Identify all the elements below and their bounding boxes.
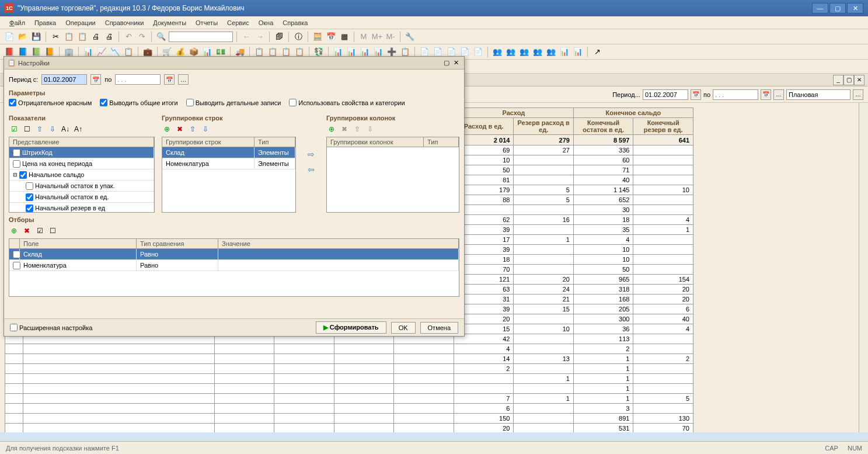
period-more-button[interactable]: … (773, 89, 784, 100)
calc-icon[interactable]: 🧮 (312, 31, 323, 43)
dlg-ok-button[interactable]: OK (391, 322, 416, 334)
list-item[interactable]: Цена на конец периода (9, 158, 154, 169)
list-item[interactable]: Начальный остаток в ед. (9, 192, 154, 203)
list-item[interactable]: ШтрихКод (9, 147, 154, 158)
dlg-form-button[interactable]: ▶ Сформировать (316, 321, 386, 334)
ind-uncheck-icon[interactable]: ☐ (22, 124, 32, 134)
gc-add-icon[interactable]: ⊕ (326, 124, 337, 134)
open-icon[interactable]: 📂 (17, 31, 29, 43)
period-type-input[interactable] (786, 89, 850, 100)
gr-up-icon[interactable]: ⇧ (187, 124, 198, 134)
filters-list[interactable]: Поле Тип сравнения Значение СкладРавноНо… (9, 238, 459, 297)
gc-del-icon[interactable]: ✖ (339, 124, 350, 134)
cb-advanced[interactable]: Расширенная настройка (10, 324, 92, 331)
menu-service[interactable]: Сервис (224, 18, 253, 27)
period-to-input[interactable] (713, 89, 758, 100)
table-row[interactable]: 11 (5, 374, 693, 384)
grid-icon[interactable]: ▦ (339, 31, 350, 43)
flt-uncheck-icon[interactable]: ☐ (47, 226, 58, 236)
nav-back-icon[interactable]: ← (240, 31, 252, 43)
dlg-period-from-input[interactable] (41, 74, 87, 85)
maximize-button[interactable]: ▢ (829, 3, 846, 13)
gr-down-icon[interactable]: ⇩ (200, 124, 211, 134)
stack-icon[interactable]: 🗐 (273, 31, 285, 43)
print-icon[interactable]: 🖨 (90, 31, 102, 43)
close-button[interactable]: ✕ (847, 3, 863, 13)
dlg-period-more-button[interactable]: … (178, 74, 189, 85)
move-right-icon[interactable]: ⇨ (305, 148, 317, 160)
menu-reference[interactable]: Справочники (102, 18, 148, 27)
search-input[interactable] (169, 32, 233, 42)
list-item[interactable]: НоменклатураЭлементы (162, 158, 295, 169)
cb-properties[interactable]: Использовать свойства и категории (289, 99, 405, 106)
doc-close-button[interactable]: ✕ (854, 75, 864, 85)
nav-fwd-icon[interactable]: → (254, 31, 266, 43)
cb-negative[interactable]: Отрицательное красным (9, 99, 92, 106)
menu-help[interactable]: Справка (279, 18, 311, 27)
scrollbar-vertical[interactable] (859, 103, 868, 432)
mod-icon-38[interactable]: 📊 (559, 46, 570, 58)
mod-icon-32[interactable]: 📄 (472, 46, 484, 58)
dialog-close-button[interactable]: ✕ (451, 59, 461, 67)
menu-edit[interactable]: Правка (31, 18, 60, 27)
dlg-period-to-input[interactable] (115, 74, 161, 85)
ind-sort-asc-icon[interactable]: A↓ (60, 124, 71, 134)
table-row[interactable]: 2053170 (5, 424, 693, 433)
table-row[interactable]: 42 (5, 344, 693, 354)
flt-check-icon[interactable]: ☑ (34, 226, 45, 236)
gc-up-icon[interactable]: ⇧ (352, 124, 362, 134)
ind-up-icon[interactable]: ⇧ (34, 124, 45, 134)
gr-del-icon[interactable]: ✖ (175, 124, 185, 134)
copy-icon[interactable]: 📋 (63, 31, 75, 43)
list-item[interactable]: НоменклатураРавно (9, 260, 459, 271)
dlg-cancel-button[interactable]: Отмена (420, 322, 458, 334)
ind-sort-desc-icon[interactable]: A↑ (73, 124, 83, 134)
m-icon[interactable]: M (358, 31, 369, 43)
list-item[interactable]: СкладРавно (9, 249, 459, 260)
calendar-to-button[interactable]: 📅 (761, 89, 771, 100)
mod-icon-40[interactable]: ↗ (591, 46, 603, 58)
gr-add-icon[interactable]: ⊕ (162, 124, 172, 134)
group-cols-list[interactable]: Группировки колонок Тип (326, 137, 459, 213)
list-item[interactable]: Начальный остаток в упак. (9, 181, 154, 192)
period-from-input[interactable] (643, 89, 688, 100)
mod-icon-33[interactable]: 👥 (491, 46, 503, 58)
mod-icon-36[interactable]: 👥 (532, 46, 543, 58)
cb-details[interactable]: Выводить детальные записи (186, 99, 281, 106)
table-row[interactable]: 1 (5, 384, 693, 394)
dlg-cal-to-button[interactable]: 📅 (164, 74, 175, 85)
move-left-icon[interactable]: ⇦ (305, 164, 317, 175)
table-row[interactable]: 63 (5, 404, 693, 414)
new-icon[interactable]: 📄 (4, 31, 15, 43)
cut-icon[interactable]: ✂ (50, 31, 61, 43)
mod-icon-35[interactable]: 👥 (518, 46, 530, 58)
undo-icon[interactable]: ↶ (123, 31, 134, 43)
gc-down-icon[interactable]: ⇩ (365, 124, 375, 134)
menu-reports[interactable]: Отчеты (192, 18, 221, 27)
ind-down-icon[interactable]: ⇩ (47, 124, 58, 134)
dlg-cal-from-button[interactable]: 📅 (90, 74, 101, 85)
menu-windows[interactable]: Окна (255, 18, 277, 27)
table-row[interactable]: 21 (5, 364, 693, 374)
flt-del-icon[interactable]: ✖ (22, 226, 32, 236)
doc-min-button[interactable]: _ (833, 75, 843, 85)
flt-add-icon[interactable]: ⊕ (9, 226, 19, 236)
table-row[interactable]: 7115 (5, 394, 693, 404)
menu-documents[interactable]: Документы (149, 18, 190, 27)
group-rows-list[interactable]: Группировки строк Тип СкладЭлементыНомен… (162, 137, 296, 213)
help-icon[interactable]: ⓘ (292, 31, 304, 43)
m-plus-icon[interactable]: M+ (371, 31, 383, 43)
period-type-more-button[interactable]: … (853, 89, 863, 100)
ind-check-icon[interactable]: ☑ (9, 124, 19, 134)
calendar-icon[interactable]: 📅 (325, 31, 337, 43)
mod-icon-34[interactable]: 👥 (505, 46, 517, 58)
list-item[interactable]: СкладЭлементы (162, 147, 295, 158)
paste-icon[interactable]: 📋 (76, 31, 88, 43)
search-icon[interactable]: 🔍 (155, 31, 167, 43)
cb-totals[interactable]: Выводить общие итоги (100, 99, 177, 106)
table-row[interactable]: 150891130 (5, 414, 693, 424)
calendar-from-button[interactable]: 📅 (691, 89, 701, 100)
minimize-button[interactable]: — (812, 3, 828, 13)
list-item[interactable]: ⊟ Начальное сальдо (9, 169, 154, 181)
mod-icon-39[interactable]: 📊 (572, 46, 584, 58)
